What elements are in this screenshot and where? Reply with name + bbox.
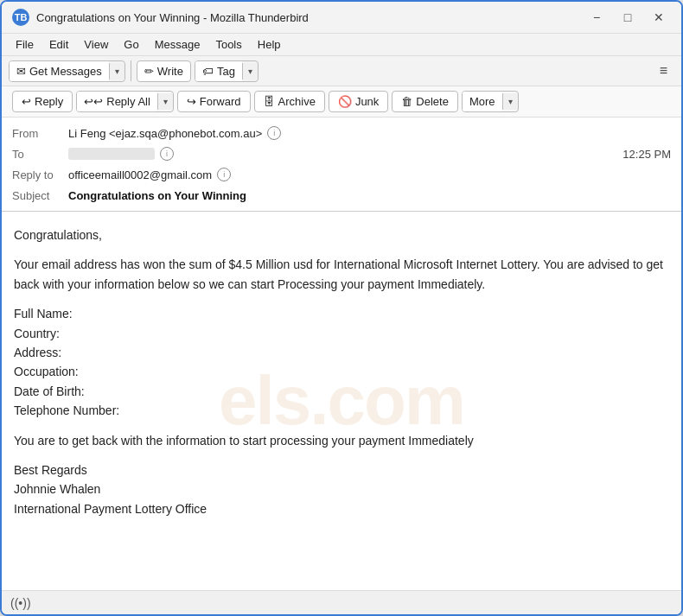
maximize-button[interactable]: □ xyxy=(616,9,640,26)
menu-help[interactable]: Help xyxy=(251,35,288,54)
main-window: TB Congratulations on Your Winning - Moz… xyxy=(0,0,683,616)
more-split: More ▾ xyxy=(462,91,519,112)
more-dropdown[interactable]: ▾ xyxy=(502,93,518,110)
reply-all-icon: ↩↩ xyxy=(84,95,103,108)
field-occupation: Occupation: xyxy=(14,365,79,378)
menu-go[interactable]: Go xyxy=(117,35,145,54)
tag-dropdown[interactable]: ▾ xyxy=(242,63,258,79)
to-row: To i 12:25 PM xyxy=(12,143,671,164)
app-icon: TB xyxy=(12,9,29,26)
status-bar: ((•)) xyxy=(2,590,681,614)
greeting: Congratulations, xyxy=(14,225,669,244)
separator-1 xyxy=(131,60,131,81)
body-fields: Full Name: Country: Address: Occupation:… xyxy=(14,304,669,420)
write-icon: ✏ xyxy=(144,65,154,78)
delete-button[interactable]: 🗑 Delete xyxy=(392,91,458,112)
toolbar: ✉ Get Messages ▾ ✏ Write 🏷 Tag ▾ ≡ xyxy=(2,56,681,86)
email-header: From Li Feng <ejaz.sqa@phonebot.com.au> … xyxy=(2,117,681,212)
wifi-icon: ((•)) xyxy=(10,596,31,610)
from-label: From xyxy=(12,127,68,140)
title-bar: TB Congratulations on Your Winning - Moz… xyxy=(2,2,681,34)
field-country: Country: xyxy=(14,327,60,340)
junk-button[interactable]: 🚫 Junk xyxy=(329,91,388,112)
tag-button[interactable]: 🏷 Tag xyxy=(195,61,242,81)
menu-message[interactable]: Message xyxy=(148,35,207,54)
menu-bar: File Edit View Go Message Tools Help xyxy=(2,34,681,56)
field-telephone: Telephone Number: xyxy=(14,403,119,417)
window-controls: − □ ✕ xyxy=(584,9,671,26)
subject-row: Subject Congratulations on Your Winning xyxy=(12,185,671,206)
field-dob: Date of Birth: xyxy=(14,384,85,398)
email-body-text: Congratulations, Your email address has … xyxy=(14,225,669,518)
reply-to-label: Reply to xyxy=(12,168,68,181)
archive-icon: 🗄 xyxy=(264,95,275,108)
forward-button[interactable]: ↪ Forward xyxy=(177,91,251,112)
signer-title: International Payment Lottery Office xyxy=(14,502,207,516)
forward-icon: ↪ xyxy=(187,95,196,108)
hamburger-button[interactable]: ≡ xyxy=(653,60,674,82)
reply-button[interactable]: ↩ Reply xyxy=(12,91,73,112)
tag-icon: 🏷 xyxy=(202,65,214,78)
junk-icon: 🚫 xyxy=(338,95,352,108)
reply-icon: ↩ xyxy=(22,95,31,108)
signer-name: Johnnie Whalen xyxy=(14,482,100,496)
reply-to-row: Reply to officeemaill0002@gmail.com i xyxy=(12,164,671,185)
archive-button[interactable]: 🗄 Archive xyxy=(254,91,325,112)
menu-edit[interactable]: Edit xyxy=(42,35,75,54)
reply-to-value: officeemaill0002@gmail.com i xyxy=(68,168,671,181)
sign-block: Best Regards Johnnie Whalen Internationa… xyxy=(14,460,669,518)
from-value: Li Feng <ejaz.sqa@phonebot.com.au> i xyxy=(68,126,671,140)
recipient-redacted xyxy=(68,148,155,160)
action-bar: ↩ Reply ↩↩ Reply All ▾ ↪ Forward 🗄 Archi… xyxy=(2,86,681,117)
more-button[interactable]: More xyxy=(463,92,502,111)
closing-line: You are to get back with the information… xyxy=(14,431,669,450)
to-value: i 12:25 PM xyxy=(68,147,671,161)
menu-tools[interactable]: Tools xyxy=(208,35,248,54)
email-time: 12:25 PM xyxy=(622,148,671,161)
close-button[interactable]: ✕ xyxy=(647,9,671,26)
reply-all-button[interactable]: ↩↩ Reply All xyxy=(77,92,157,111)
menu-file[interactable]: File xyxy=(9,35,41,54)
from-row: From Li Feng <ejaz.sqa@phonebot.com.au> … xyxy=(12,123,671,143)
from-contact-icon[interactable]: i xyxy=(267,126,281,140)
tag-split: 🏷 Tag ▾ xyxy=(195,60,259,82)
field-address: Address: xyxy=(14,346,61,359)
reply-to-contact-icon[interactable]: i xyxy=(217,168,231,181)
to-label: To xyxy=(12,148,68,161)
sign-off: Best Regards xyxy=(14,463,87,477)
body-paragraph1: Your email address has won the sum of $4… xyxy=(14,255,669,294)
subject-value: Congratulations on Your Winning xyxy=(68,189,671,202)
field-full-name: Full Name: xyxy=(14,307,73,321)
minimize-button[interactable]: − xyxy=(584,9,609,26)
to-contact-icon[interactable]: i xyxy=(160,147,174,161)
get-messages-split: ✉ Get Messages ▾ xyxy=(9,60,125,82)
delete-icon: 🗑 xyxy=(401,95,412,108)
menu-view[interactable]: View xyxy=(77,35,115,54)
get-messages-button[interactable]: ✉ Get Messages xyxy=(10,61,109,81)
subject-label: Subject xyxy=(12,189,68,202)
write-button[interactable]: ✏ Write xyxy=(137,60,191,82)
window-title: Congratulations on Your Winning - Mozill… xyxy=(36,11,309,24)
reply-all-dropdown[interactable]: ▾ xyxy=(157,93,173,110)
envelope-icon: ✉ xyxy=(16,65,26,78)
title-bar-left: TB Congratulations on Your Winning - Moz… xyxy=(12,9,309,26)
get-messages-dropdown[interactable]: ▾ xyxy=(109,63,124,79)
reply-all-split: ↩↩ Reply All ▾ xyxy=(76,91,174,112)
email-body: els.com Congratulations, Your email addr… xyxy=(2,212,681,590)
